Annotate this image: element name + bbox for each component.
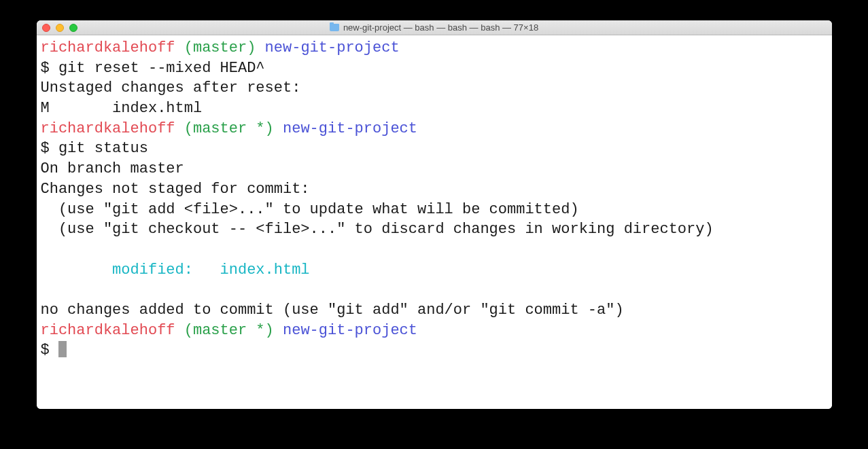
command-text: git reset --mixed HEAD^ [58, 60, 265, 77]
prompt-dir: new-git-project [283, 322, 417, 339]
traffic-lights [42, 24, 77, 32]
minimize-icon[interactable] [56, 24, 64, 32]
window-title: new-git-project — bash — bash — bash — 7… [343, 22, 538, 33]
prompt-branch: (master) [184, 39, 256, 56]
prompt-user: richardkalehoff [41, 39, 175, 56]
output-line: (use "git checkout -- <file>..." to disc… [41, 221, 714, 238]
prompt-user: richardkalehoff [41, 322, 175, 339]
prompt-dir: new-git-project [283, 120, 417, 137]
output-line: (use "git add <file>..." to update what … [41, 201, 579, 218]
prompt-branch: (master *) [184, 120, 274, 137]
close-icon[interactable] [42, 24, 50, 32]
prompt-symbol: $ [41, 60, 58, 77]
folder-icon [330, 24, 339, 31]
titlebar[interactable]: new-git-project — bash — bash — bash — 7… [37, 20, 832, 35]
window-title-wrap: new-git-project — bash — bash — bash — 7… [37, 22, 832, 33]
output-line: Unstaged changes after reset: [41, 79, 301, 96]
maximize-icon[interactable] [69, 24, 77, 32]
modified-line: modified: index.html [41, 262, 310, 279]
prompt-symbol: $ [41, 140, 58, 157]
prompt-symbol: $ [41, 342, 58, 359]
output-line: On branch master [41, 160, 184, 177]
terminal-window: new-git-project — bash — bash — bash — 7… [37, 20, 832, 409]
output-line: Changes not staged for commit: [41, 181, 310, 198]
output-line: no changes added to commit (use "git add… [41, 302, 624, 319]
prompt-dir: new-git-project [265, 39, 400, 56]
prompt-branch: (master *) [184, 322, 274, 339]
terminal-body[interactable]: richardkalehoff (master) new-git-project… [37, 35, 832, 409]
cursor-icon [58, 341, 67, 357]
command-text: git status [58, 140, 148, 157]
output-line: M index.html [41, 100, 203, 117]
prompt-user: richardkalehoff [41, 120, 175, 137]
